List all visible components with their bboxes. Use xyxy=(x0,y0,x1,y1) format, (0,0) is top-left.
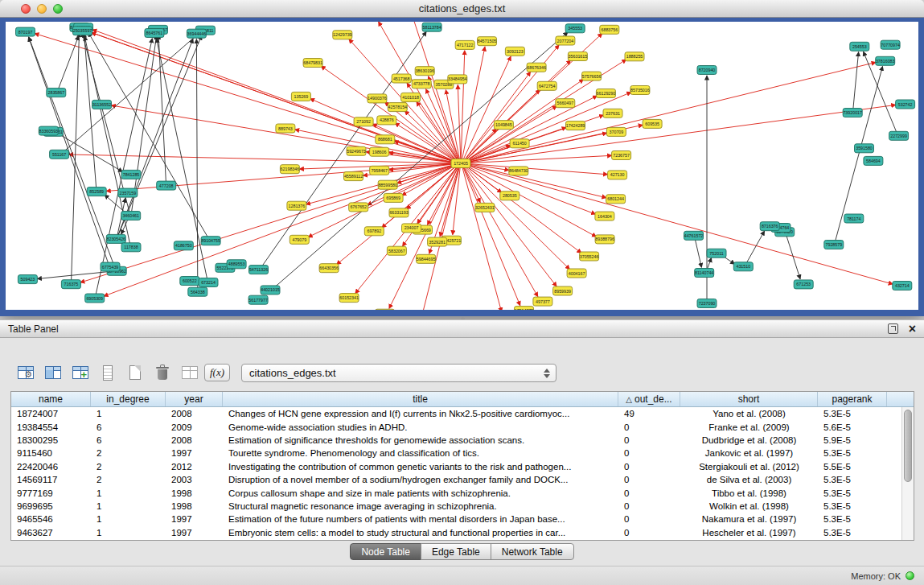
graph-node[interactable]: 42578154 xyxy=(388,103,407,112)
tab-network-table[interactable]: Network Table xyxy=(491,543,574,560)
graph-node[interactable]: 2835867 xyxy=(47,89,66,97)
graph-node[interactable]: 32652431 xyxy=(475,203,495,212)
table-row[interactable]: 2242004622012Investigating the contribut… xyxy=(11,460,901,473)
table-row[interactable]: 1830029562008Estimation of significance … xyxy=(11,434,901,447)
graph-node[interactable]: 37055246 xyxy=(580,252,599,261)
graph-node[interactable]: 58113784 xyxy=(422,23,441,31)
graph-node[interactable]: 59249673 xyxy=(347,146,366,155)
graph-edge[interactable] xyxy=(426,89,459,161)
graph-edge[interactable] xyxy=(72,33,80,281)
graph-node[interactable]: 45589112 xyxy=(344,172,363,181)
graph-node[interactable]: 4733778 xyxy=(412,80,431,89)
graph-node[interactable]: 4717122 xyxy=(455,40,474,49)
graph-node[interactable]: 7958467 xyxy=(370,166,389,175)
column-header-short[interactable]: short xyxy=(680,392,818,406)
graph-node[interactable]: 234007 xyxy=(402,224,421,233)
column-header-in_degree[interactable]: in_degree xyxy=(91,392,166,406)
graph-node[interactable]: 17424289 xyxy=(566,122,585,130)
graph-node[interactable]: 37816083 xyxy=(876,56,895,65)
network-canvas[interactable]: 5442572135292817095669234007663311936958… xyxy=(6,22,918,310)
graph-node[interactable]: 697892 xyxy=(364,227,384,236)
graph-edge[interactable] xyxy=(466,105,896,163)
graph-node[interactable]: 4004167 xyxy=(567,269,586,278)
graph-edge[interactable] xyxy=(80,164,456,282)
graph-node[interactable]: 671253 xyxy=(794,280,813,289)
graph-node[interactable]: 164304 xyxy=(595,212,614,220)
graph-node[interactable]: 564338 xyxy=(188,287,207,296)
graph-node[interactable]: 1049845 xyxy=(494,121,513,130)
graph-node[interactable]: 6905309 xyxy=(85,294,105,303)
graph-edge[interactable] xyxy=(118,39,194,236)
graph-node[interactable]: 532742 xyxy=(896,100,915,109)
graph-node[interactable]: 56177977 xyxy=(248,295,268,304)
graph-node[interactable]: 60152341 xyxy=(339,294,359,303)
graph-node[interactable]: 868681 xyxy=(376,135,395,144)
table-row[interactable]: 1872400712008Changes of HCN gene express… xyxy=(11,407,901,420)
graph-node[interactable]: 85735016 xyxy=(630,86,650,95)
column-header-pagerank[interactable]: pagerank xyxy=(818,392,887,406)
graph-edge[interactable] xyxy=(462,167,519,306)
graph-edge[interactable] xyxy=(853,52,859,109)
graph-edge[interactable] xyxy=(37,271,112,278)
graph-node[interactable]: 461906 xyxy=(376,309,395,310)
graph-edge[interactable] xyxy=(132,35,157,212)
graph-node[interactable]: 600522 xyxy=(180,277,199,286)
graph-node[interactable]: 716375 xyxy=(61,280,80,289)
graph-node[interactable]: 889743 xyxy=(276,124,295,133)
graph-node[interactable]: 4517368 xyxy=(392,74,411,83)
graph-node[interactable]: 31136552 xyxy=(92,100,112,109)
graph-node[interactable]: 89104755 xyxy=(201,237,220,245)
graph-node[interactable]: 6472754 xyxy=(537,81,556,90)
graph-edge[interactable] xyxy=(96,39,152,295)
graph-node[interactable]: 852589 xyxy=(87,187,106,196)
graph-edge[interactable] xyxy=(695,239,701,268)
graph-node[interactable]: 584694 xyxy=(864,156,883,165)
tab-edge-table[interactable]: Edge Table xyxy=(421,543,491,560)
graph-node[interactable]: 25035597 xyxy=(73,27,92,35)
column-header-title[interactable]: title xyxy=(223,392,618,406)
close-window-button[interactable] xyxy=(21,4,31,14)
graph-node[interactable]: 432714 xyxy=(893,282,912,290)
graph-node[interactable]: 7841285 xyxy=(121,170,141,179)
tab-node-table[interactable]: Node Table xyxy=(350,543,421,560)
column-header-out_de[interactable]: △out_de... xyxy=(618,392,680,406)
graph-node[interactable]: 427130 xyxy=(608,171,627,179)
graph-node[interactable]: 3591580 xyxy=(855,144,874,153)
graph-edge[interactable] xyxy=(466,164,893,284)
zoom-window-button[interactable] xyxy=(53,4,63,14)
graph-node[interactable]: 33484954 xyxy=(448,75,467,84)
graph-node[interactable]: 3092123 xyxy=(505,47,524,56)
graph-edge[interactable] xyxy=(465,60,626,162)
graph-node[interactable]: 509423 xyxy=(18,275,37,284)
graph-node[interactable]: 66129290 xyxy=(596,89,615,98)
graph-node[interactable]: 70770974 xyxy=(881,40,900,49)
window-titlebar[interactable]: citations_edges.txt xyxy=(0,0,924,18)
graph-edge[interactable] xyxy=(84,33,97,188)
graph-node[interactable]: 14900376 xyxy=(368,94,387,103)
table-row[interactable]: 1456911722003Disruption of a novel membe… xyxy=(11,473,901,486)
graph-node[interactable]: 198606 xyxy=(370,147,389,156)
graph-node[interactable]: 35631615 xyxy=(568,52,587,61)
graph-node[interactable]: 7928579 xyxy=(824,241,844,249)
graph-node[interactable]: 38630196 xyxy=(415,67,434,76)
graph-node[interactable]: 117838 xyxy=(121,243,141,252)
new-table-icon[interactable] xyxy=(122,361,148,384)
table-scrollbar[interactable] xyxy=(901,407,914,540)
graph-node[interactable]: 2357159 xyxy=(118,188,138,197)
edit-table-icon[interactable]: + xyxy=(68,361,93,384)
graph-node[interactable]: 66430356 xyxy=(319,264,339,273)
graph-node[interactable]: 695869 xyxy=(384,193,403,202)
row-options-icon[interactable] xyxy=(95,361,121,384)
graph-edge[interactable] xyxy=(465,165,596,237)
graph-node[interactable]: 280535 xyxy=(500,192,519,200)
graph-edge[interactable] xyxy=(82,33,129,213)
graph-node[interactable]: 611450 xyxy=(510,139,529,148)
network-graph[interactable]: 5442572135292817095669234007663311936958… xyxy=(6,22,918,310)
graph-node[interactable]: 82305426 xyxy=(106,234,125,243)
graph-node[interactable]: 551167 xyxy=(50,150,69,159)
function-builder-icon[interactable]: f(x) xyxy=(204,361,230,384)
minimize-window-button[interactable] xyxy=(37,4,47,14)
graph-node[interactable]: 8959939 xyxy=(553,286,573,295)
float-panel-icon[interactable] xyxy=(888,323,898,334)
graph-node[interactable]: 44021015 xyxy=(261,286,280,295)
